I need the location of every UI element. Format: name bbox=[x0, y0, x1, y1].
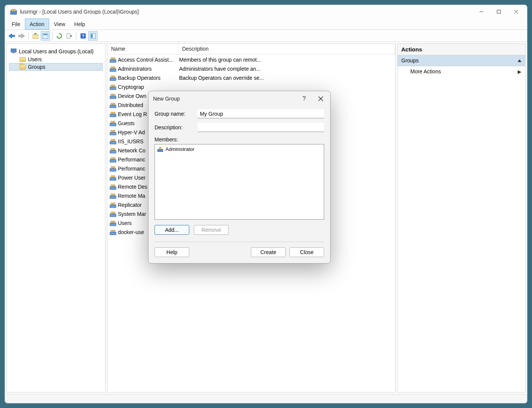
list-row[interactable]: Cryptograp bbox=[107, 82, 395, 92]
menu-view[interactable]: View bbox=[49, 19, 70, 29]
refresh-button[interactable] bbox=[55, 31, 64, 40]
menu-action[interactable]: Action bbox=[25, 19, 49, 29]
column-description[interactable]: Description bbox=[178, 44, 395, 54]
export-button[interactable] bbox=[65, 31, 74, 40]
svg-point-74 bbox=[111, 230, 113, 232]
svg-point-23 bbox=[111, 76, 113, 78]
svg-point-35 bbox=[111, 112, 113, 114]
actions-more[interactable]: More Actions ▶ bbox=[397, 66, 525, 77]
svg-point-48 bbox=[113, 148, 115, 150]
svg-point-17 bbox=[111, 57, 113, 60]
group-icon bbox=[110, 56, 116, 63]
toolbar: ? bbox=[5, 30, 527, 42]
svg-point-2 bbox=[14, 9, 16, 11]
cell-desc: Administrators have complete an... bbox=[179, 66, 393, 72]
svg-point-20 bbox=[111, 67, 113, 69]
cell-name: Backup Operators bbox=[118, 75, 179, 81]
svg-point-44 bbox=[111, 139, 113, 141]
group-icon bbox=[110, 202, 116, 208]
group-name-input[interactable] bbox=[198, 109, 324, 118]
svg-rect-49 bbox=[110, 150, 116, 153]
svg-point-66 bbox=[113, 203, 115, 205]
cell-desc: Backup Operators can override se... bbox=[179, 75, 393, 81]
folder-icon bbox=[20, 57, 26, 62]
group-icon bbox=[110, 111, 116, 118]
svg-point-69 bbox=[113, 212, 115, 214]
toolbar-separator bbox=[76, 32, 76, 40]
tree-pane: Local Users and Groups (Local) Users Gro… bbox=[6, 43, 105, 392]
svg-point-50 bbox=[111, 157, 113, 160]
dialog-help-button[interactable]: ? bbox=[299, 94, 309, 104]
members-listbox[interactable]: Administrator bbox=[155, 144, 324, 220]
new-group-dialog: New Group ? Group name: Description: Mem… bbox=[148, 91, 331, 264]
svg-point-26 bbox=[111, 85, 113, 87]
description-input[interactable] bbox=[198, 123, 324, 132]
svg-rect-70 bbox=[110, 214, 116, 217]
svg-point-38 bbox=[111, 121, 113, 123]
svg-point-45 bbox=[113, 139, 115, 141]
tree-item-groups[interactable]: Groups bbox=[9, 63, 103, 71]
close-button[interactable] bbox=[507, 6, 525, 18]
group-icon bbox=[110, 165, 116, 172]
svg-point-65 bbox=[111, 203, 113, 205]
group-icon bbox=[110, 220, 116, 226]
properties-button[interactable] bbox=[41, 31, 50, 40]
tree-item-label: Groups bbox=[28, 64, 45, 70]
help-button[interactable]: Help bbox=[155, 247, 189, 257]
menu-file[interactable]: File bbox=[7, 19, 25, 29]
add-button[interactable]: Add... bbox=[155, 225, 189, 235]
group-icon bbox=[110, 183, 116, 190]
list-row[interactable]: Access Control Assist...Members of this … bbox=[107, 55, 395, 64]
svg-rect-0 bbox=[11, 11, 17, 14]
titlebar: lusrmgr - [Local Users and Groups (Local… bbox=[5, 5, 527, 19]
svg-text:?: ? bbox=[82, 34, 85, 38]
svg-rect-31 bbox=[110, 96, 116, 99]
svg-point-75 bbox=[113, 230, 115, 232]
toolbar-separator bbox=[52, 32, 53, 40]
svg-rect-40 bbox=[110, 123, 116, 126]
remove-button[interactable]: Remove bbox=[194, 225, 229, 235]
actions-more-label: More Actions bbox=[410, 68, 441, 74]
svg-rect-61 bbox=[110, 187, 116, 189]
svg-rect-64 bbox=[110, 196, 116, 199]
menu-help[interactable]: Help bbox=[70, 19, 90, 29]
dialog-close-button[interactable] bbox=[316, 94, 326, 104]
svg-rect-46 bbox=[110, 141, 116, 144]
up-button[interactable] bbox=[31, 31, 40, 40]
group-icon bbox=[110, 129, 116, 136]
group-icon bbox=[110, 102, 116, 109]
close-button[interactable]: Close bbox=[289, 247, 324, 257]
svg-rect-34 bbox=[110, 105, 116, 108]
menubar: File Action View Help bbox=[5, 19, 527, 30]
tree-item-users[interactable]: Users bbox=[9, 56, 103, 63]
tree-root[interactable]: Local Users and Groups (Local) bbox=[9, 47, 103, 56]
column-name[interactable]: Name bbox=[107, 44, 178, 54]
list-header: Name Description bbox=[107, 44, 395, 54]
cell-name: Access Control Assist... bbox=[118, 57, 179, 63]
minimize-button[interactable] bbox=[473, 6, 490, 18]
svg-rect-58 bbox=[110, 178, 116, 180]
window-title: lusrmgr - [Local Users and Groups (Local… bbox=[20, 9, 139, 15]
back-button[interactable] bbox=[7, 31, 16, 40]
list-row[interactable]: AdministratorsAdministrators have comple… bbox=[107, 64, 395, 73]
maximize-button[interactable] bbox=[490, 6, 507, 18]
user-icon bbox=[157, 147, 163, 152]
svg-rect-73 bbox=[110, 223, 116, 226]
dialog-body: Group name: Description: Members: Admini… bbox=[148, 106, 330, 263]
group-icon bbox=[110, 156, 116, 163]
group-icon bbox=[110, 138, 116, 145]
member-item[interactable]: Administrator bbox=[156, 146, 322, 152]
help-button[interactable]: ? bbox=[79, 31, 88, 40]
cell-name: Cryptograp bbox=[118, 84, 179, 90]
dialog-titlebar: New Group ? bbox=[148, 91, 330, 106]
actions-title: Actions bbox=[397, 44, 525, 55]
list-row[interactable]: Backup OperatorsBackup Operators can ove… bbox=[107, 73, 395, 82]
svg-rect-43 bbox=[110, 132, 116, 135]
svg-rect-15 bbox=[11, 49, 16, 52]
actions-group-header[interactable]: Groups bbox=[397, 55, 525, 66]
svg-rect-37 bbox=[110, 114, 116, 117]
show-hide-button[interactable] bbox=[88, 31, 97, 40]
svg-rect-4 bbox=[497, 10, 501, 14]
create-button[interactable]: Create bbox=[251, 247, 286, 257]
forward-button[interactable] bbox=[17, 31, 26, 40]
